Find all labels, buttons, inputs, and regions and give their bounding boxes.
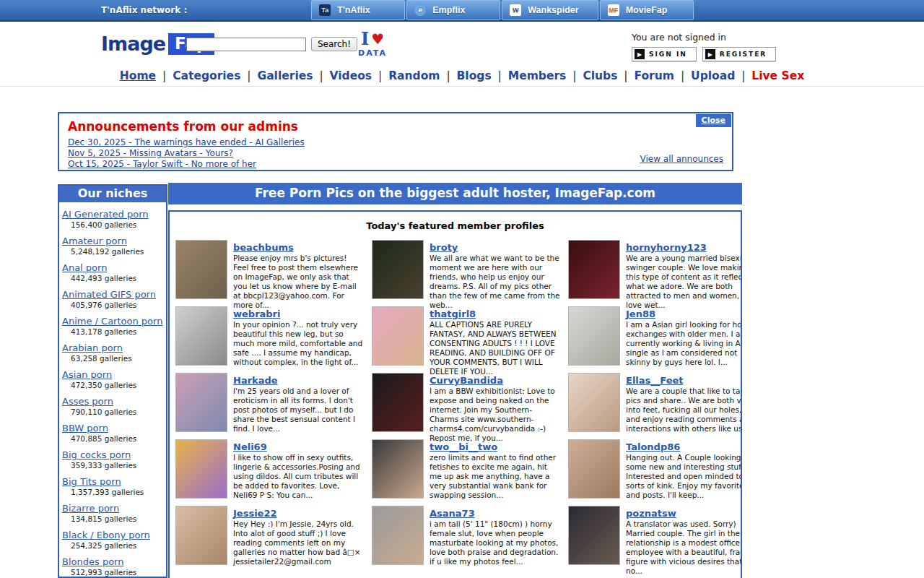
profile-username-link[interactable]: hornyhorny123 <box>626 242 707 253</box>
profile-username-link[interactable]: Jen88 <box>626 309 655 319</box>
niche-link[interactable]: Anal porn <box>62 262 107 273</box>
nav-link[interactable]: Galleries <box>257 69 313 82</box>
niche-item: Asses porn 790,110 galleries <box>62 394 165 417</box>
niche-item: Big Tits porn 1,357,393 galleries <box>62 474 165 497</box>
profile-username-link[interactable]: Harkade <box>233 375 278 386</box>
profile-username-link[interactable]: Ellas__Feet <box>626 375 684 386</box>
profile-thumbnail[interactable] <box>568 306 620 366</box>
niche-link[interactable]: Amateur porn <box>62 236 127 246</box>
profile-username-link[interactable]: broty <box>430 242 458 253</box>
niche-link[interactable]: Asses porn <box>62 396 113 407</box>
main-content: Free Porn Pics on the biggest adult host… <box>168 183 742 578</box>
network-site-button[interactable]: MF MovieFap <box>600 0 694 20</box>
nav-link[interactable]: Live Sex <box>751 69 804 82</box>
announcement-link[interactable]: Nov 5, 2025 - Missing Avatars - Yours? <box>68 148 723 159</box>
profile-thumbnail[interactable] <box>175 240 227 299</box>
profile-thumbnail[interactable] <box>568 506 620 565</box>
profile-description: I'm 25 years old and a lover of eroticis… <box>233 387 365 434</box>
niche-link[interactable]: Big Tits porn <box>62 476 121 487</box>
profile-thumbnail[interactable] <box>175 306 227 366</box>
ild-data-text: DATA <box>358 49 387 57</box>
nav-link[interactable]: Videos <box>330 69 372 82</box>
profile-description: We all are what we want to be the moment… <box>430 254 561 310</box>
announcements-list: Dec 30, 2025 - The warnings have ended -… <box>68 137 723 170</box>
search-input[interactable] <box>186 38 306 51</box>
member-profile-card: poznatsw A translator was used. Sorry) M… <box>567 506 742 572</box>
niche-item: AI Generated porn 156,400 galleries <box>62 207 165 230</box>
member-profile-card: Jessie22 Hey Hey :) I'm Jessie, 24yrs ol… <box>174 506 366 572</box>
nav-link[interactable]: Blogs <box>457 69 492 82</box>
profile-username-link[interactable]: poznatsw <box>626 508 676 519</box>
profile-username-link[interactable]: thatgirl8 <box>430 309 476 319</box>
member-profile-card: Ellas__Feet We are a couple that like to… <box>567 373 742 439</box>
niche-item: Anime / Cartoon porn 413,178 galleries <box>62 314 165 337</box>
profile-username-link[interactable]: Neli69 <box>233 441 267 452</box>
i-love-data-logo[interactable]: I ♥ DATA <box>358 30 387 57</box>
announcement-link[interactable]: Oct 15, 2025 - Taylor Swift - No more of… <box>68 159 723 170</box>
heart-icon: ♥ <box>371 32 384 46</box>
nav-link[interactable]: Members <box>508 69 567 82</box>
profile-username-link[interactable]: CurvyBandida <box>430 375 503 386</box>
nav-link[interactable]: Forum <box>635 69 674 82</box>
nav-link[interactable]: Categories <box>173 69 240 82</box>
view-all-announces-link[interactable]: View all announces <box>640 154 723 165</box>
sign-in-button[interactable]: ▶ SIGN IN <box>632 47 697 61</box>
profile-username-link[interactable]: Talondp86 <box>626 441 680 452</box>
close-button[interactable]: Close <box>696 114 731 127</box>
network-site-button[interactable]: Ta T'nAflix <box>311 0 405 20</box>
nav-separator: | <box>240 69 257 82</box>
empflix-icon: e <box>414 4 426 16</box>
profile-username-link[interactable]: Jessie22 <box>233 508 277 519</box>
niche-gallery-count: 1,357,393 galleries <box>71 488 165 497</box>
niche-link[interactable]: Asian porn <box>62 369 112 380</box>
niches-sidebar: Our niches AI Generated porn 156,400 gal… <box>58 184 167 578</box>
register-button[interactable]: ▶ REGISTER <box>702 47 777 61</box>
profile-description: I like to show off in sexy outfits, ling… <box>233 453 365 500</box>
niche-link[interactable]: Black / Ebony porn <box>62 530 150 540</box>
profile-thumbnail[interactable] <box>568 240 620 299</box>
profile-thumbnail[interactable] <box>372 240 424 299</box>
page: T'nAflix network : Ta T'nAflix e Empflix… <box>0 0 924 578</box>
niche-link[interactable]: Bizarre porn <box>62 503 119 514</box>
profile-thumbnail[interactable] <box>372 373 424 432</box>
niche-gallery-count: 156,400 galleries <box>71 220 165 230</box>
niche-gallery-count: 359,333 galleries <box>71 461 165 470</box>
profile-username-link[interactable]: Asana73 <box>430 508 475 519</box>
profile-thumbnail[interactable] <box>568 439 620 499</box>
nav-separator: | <box>156 69 173 82</box>
niche-item: Animated GIFS porn 405,976 galleries <box>62 287 165 310</box>
niche-link[interactable]: Animated GIFS porn <box>62 289 156 300</box>
nav-link[interactable]: Clubs <box>583 69 617 82</box>
network-topbar: T'nAflix network : Ta T'nAflix e Empflix… <box>0 0 924 22</box>
featured-profiles-box: Today's featured member profiles beachbu… <box>168 210 742 578</box>
profile-thumbnail[interactable] <box>568 373 620 432</box>
profile-thumbnail[interactable] <box>175 439 227 499</box>
profile-thumbnail[interactable] <box>372 439 424 499</box>
profile-description: Hanging out. A Couple looking for some n… <box>626 453 742 500</box>
profile-thumbnail[interactable] <box>372 306 424 366</box>
profile-username-link[interactable]: two__bi__two <box>430 441 497 452</box>
profile-thumbnail[interactable] <box>372 506 424 565</box>
niche-link[interactable]: AI Generated porn <box>62 209 149 220</box>
nav-link[interactable]: Home <box>120 69 156 82</box>
profile-thumbnail[interactable] <box>175 373 227 432</box>
niche-gallery-count: 470,885 galleries <box>71 434 165 444</box>
profile-username-link[interactable]: webrabri <box>233 309 281 319</box>
search-button[interactable]: Search! <box>311 37 357 51</box>
niche-link[interactable]: Big cocks porn <box>62 449 131 460</box>
niche-link[interactable]: Arabian porn <box>62 342 123 353</box>
niche-link[interactable]: BBW porn <box>62 423 108 434</box>
announcements-title: Announcements from our admins <box>68 119 723 134</box>
profile-username-link[interactable]: beachbums <box>233 242 294 253</box>
logo-text-image: Image <box>101 33 165 55</box>
profile-description: I am a Asian girl looking for horny exch… <box>626 320 742 367</box>
niche-link[interactable]: Anime / Cartoon porn <box>62 316 162 327</box>
member-profile-card: two__bi__two zero limits and want to fin… <box>370 439 562 506</box>
network-site-button[interactable]: e Empflix <box>406 0 500 20</box>
profile-thumbnail[interactable] <box>175 506 227 565</box>
niche-link[interactable]: Blondes porn <box>62 556 123 567</box>
nav-link[interactable]: Upload <box>691 69 735 82</box>
network-site-button[interactable]: W Wankspider <box>502 0 598 20</box>
announcement-link[interactable]: Dec 30, 2025 - The warnings have ended -… <box>68 137 723 148</box>
nav-link[interactable]: Random <box>388 69 440 82</box>
